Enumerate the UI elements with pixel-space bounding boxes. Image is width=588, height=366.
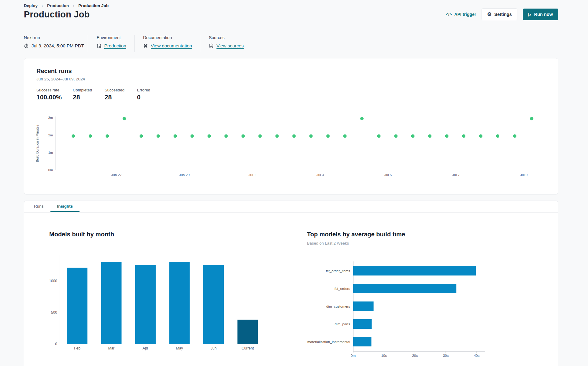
run-data-point bbox=[242, 134, 245, 138]
run-data-point bbox=[428, 134, 431, 138]
x-tick-label: Jul 7 bbox=[452, 173, 460, 177]
stat-succeeded: Succeeded 28 bbox=[105, 88, 137, 101]
meta-label: Next run bbox=[24, 35, 79, 40]
bar-feb bbox=[67, 268, 87, 344]
bar-mar bbox=[101, 262, 122, 344]
hbar-chart-svg: fct_order_itemsfct_ordersdim_customersdi… bbox=[284, 259, 505, 360]
y-tick-label: 500 bbox=[51, 310, 57, 315]
code-icon: </> bbox=[446, 12, 452, 17]
recent-runs-date-range: Jun 25, 2024–Jul 09, 2024 bbox=[36, 77, 85, 81]
bar-fct_order_items bbox=[353, 266, 476, 275]
x-tick-label: Jul 1 bbox=[249, 173, 256, 177]
play-icon: ▷ bbox=[528, 13, 531, 17]
run-data-point bbox=[173, 134, 177, 138]
models-built-bar-chart: 05001000FebMarAprMayJunCurrent bbox=[43, 247, 305, 366]
run-data-point bbox=[207, 134, 211, 138]
dbt-docs-icon bbox=[143, 43, 148, 48]
y-tick-label: 0m bbox=[48, 168, 53, 172]
build-duration-scatter-chart: 0m1m2m3mBuild Duration in MinutesJun 27J… bbox=[24, 110, 558, 187]
bar-dim_parts bbox=[353, 319, 372, 329]
bar-apr bbox=[135, 265, 156, 344]
breadcrumb-current-page: Production Job bbox=[78, 3, 109, 8]
run-data-point bbox=[139, 134, 143, 138]
run-data-point bbox=[224, 134, 228, 138]
x-tick-label: 0m bbox=[351, 354, 356, 357]
run-data-point bbox=[292, 134, 296, 138]
meta-documentation: Documentation View documentation bbox=[143, 35, 200, 52]
next-run-value: Jul 9, 2024, 5:00 PM PDT bbox=[24, 43, 79, 48]
y-tick-label: 0 bbox=[55, 342, 57, 346]
x-tick-label: Jun 29 bbox=[179, 173, 190, 177]
run-data-point bbox=[105, 134, 109, 138]
meta-sources: Sources View sources bbox=[209, 35, 252, 52]
breadcrumb-deploy[interactable]: Deploy bbox=[24, 3, 38, 8]
run-data-point bbox=[496, 134, 499, 138]
run-data-point bbox=[72, 134, 75, 138]
bar-current bbox=[238, 320, 258, 344]
x-tick-label: Jul 3 bbox=[316, 173, 324, 177]
y-tick-label: 2m bbox=[48, 133, 53, 137]
chevron-right-icon: › bbox=[73, 3, 74, 8]
view-documentation-link[interactable]: View documentation bbox=[151, 43, 192, 48]
y-tick-label: 1m bbox=[48, 151, 53, 154]
x-category-label: May bbox=[176, 346, 183, 350]
meta-label: Environment bbox=[97, 35, 126, 40]
settings-button[interactable]: ⚙ Settings bbox=[482, 9, 517, 20]
api-trigger-link[interactable]: </> API trigger bbox=[446, 12, 476, 17]
bar-materialization_incremental bbox=[353, 337, 372, 346]
x-category-label: Jun bbox=[211, 346, 216, 350]
run-now-label: Run now bbox=[534, 12, 553, 17]
run-now-button[interactable]: ▷ Run now bbox=[523, 9, 558, 20]
environment-link[interactable]: Production bbox=[104, 43, 126, 48]
tab-insights[interactable]: Insights bbox=[50, 201, 80, 212]
y-tick-label: 3m bbox=[48, 116, 53, 120]
run-data-point bbox=[276, 134, 279, 138]
run-data-point bbox=[377, 134, 381, 138]
x-tick-label: 10s bbox=[381, 354, 387, 357]
header-actions: </> API trigger ⚙ Settings ▷ Run now bbox=[446, 9, 558, 20]
model-name-label: fct_orders bbox=[335, 287, 350, 290]
run-data-point bbox=[411, 134, 415, 138]
scatter-svg: 0m1m2m3mBuild Duration in MinutesJun 27J… bbox=[24, 110, 558, 187]
run-data-point bbox=[530, 117, 533, 120]
x-tick-label: 20s bbox=[412, 354, 418, 357]
meta-label: Sources bbox=[209, 35, 244, 40]
run-data-point bbox=[326, 134, 330, 138]
production-job-page: Deploy › Production › Production Job Pro… bbox=[0, 0, 588, 366]
recent-runs-title: Recent runs bbox=[36, 68, 72, 75]
breadcrumb: Deploy › Production › Production Job bbox=[24, 3, 109, 8]
meta-next-run: Next run Jul 9, 2024, 5:00 PM PDT bbox=[24, 35, 88, 52]
recent-runs-stats: Success rate 100.00% Completed 28 Succee… bbox=[36, 88, 150, 101]
run-data-point bbox=[309, 134, 313, 138]
bar-may bbox=[169, 262, 190, 344]
run-data-point bbox=[479, 134, 483, 138]
bar-jun bbox=[203, 265, 224, 344]
meta-environment: Environment Production bbox=[97, 35, 135, 52]
model-name-label: dim_customers bbox=[326, 305, 350, 308]
model-name-label: fct_order_items bbox=[326, 269, 350, 273]
title-row: Production Job </> API trigger ⚙ Setting… bbox=[24, 9, 558, 20]
bar-dim_customers bbox=[353, 301, 374, 311]
tab-runs[interactable]: Runs bbox=[27, 201, 50, 212]
run-data-point bbox=[360, 117, 364, 120]
run-data-point bbox=[445, 134, 449, 138]
x-tick-label: Jul 5 bbox=[384, 173, 392, 177]
run-data-point bbox=[157, 134, 160, 138]
x-tick-label: Jul 9 bbox=[520, 173, 527, 177]
y-axis-title: Build Duration in Minutes bbox=[35, 124, 39, 162]
run-data-point bbox=[513, 134, 516, 138]
x-tick-label: Jun 27 bbox=[111, 173, 122, 177]
environment-icon bbox=[97, 43, 102, 48]
settings-label: Settings bbox=[494, 12, 512, 17]
run-data-point bbox=[343, 134, 347, 138]
api-trigger-label: API trigger bbox=[454, 12, 476, 17]
top-models-chart-subtitle: Based on Last 2 Weeks bbox=[307, 241, 349, 246]
tab-bar: Runs Insights bbox=[24, 201, 558, 213]
breadcrumb-production[interactable]: Production bbox=[47, 3, 69, 8]
run-data-point bbox=[258, 134, 262, 138]
gear-icon: ⚙ bbox=[487, 12, 491, 17]
view-sources-link[interactable]: View sources bbox=[216, 43, 244, 48]
bar-chart-svg: 05001000FebMarAprMayJunCurrent bbox=[43, 247, 305, 366]
model-name-label: materialization_incremental bbox=[307, 340, 350, 344]
page-title: Production Job bbox=[24, 9, 90, 20]
